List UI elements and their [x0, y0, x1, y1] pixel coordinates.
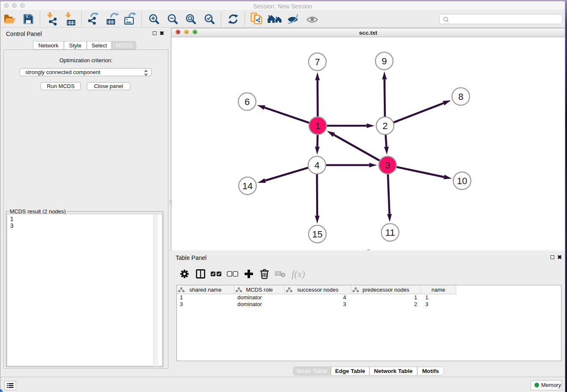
svg-text:4: 4	[314, 160, 319, 171]
svg-text:1: 1	[315, 121, 320, 131]
svg-text:3: 3	[385, 160, 390, 171]
svg-text:10: 10	[457, 176, 467, 186]
svg-text:11: 11	[385, 227, 395, 238]
svg-text:9: 9	[382, 56, 387, 66]
svg-text:15: 15	[312, 229, 322, 240]
svg-text:2: 2	[383, 121, 388, 131]
svg-text:f(x): f(x)	[292, 269, 305, 279]
svg-text:7: 7	[315, 57, 320, 67]
svg-text:8: 8	[458, 91, 463, 102]
svg-text:6: 6	[245, 97, 250, 107]
svg-text:14: 14	[242, 181, 253, 191]
